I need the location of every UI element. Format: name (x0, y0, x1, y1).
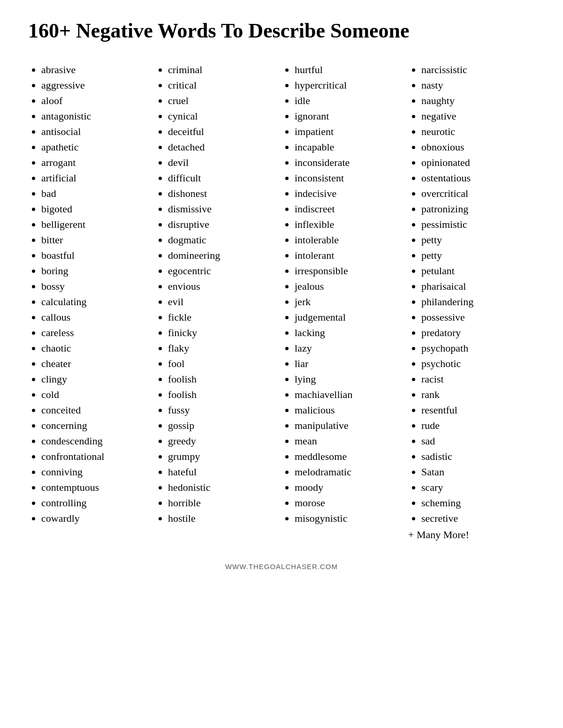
list-item: ignorant (295, 109, 403, 124)
list-item: deceitful (168, 124, 277, 140)
list-item: condescending (41, 434, 150, 449)
list-item: flaky (168, 341, 277, 356)
word-list-3: hurtfulhypercriticalidleignorantimpatien… (282, 62, 403, 526)
list-item: fussy (168, 403, 277, 418)
list-item: psychotic (421, 356, 530, 372)
list-item: dismissive (168, 202, 277, 217)
list-item: obnoxious (421, 140, 530, 155)
list-item: grumpy (168, 449, 277, 465)
column-2: criminalcriticalcruelcynicaldeceitfuldet… (155, 62, 282, 544)
list-item: lazy (295, 341, 403, 356)
list-item: rank (421, 387, 530, 403)
list-item: antagonistic (41, 109, 150, 124)
list-item: inconsiderate (295, 155, 403, 171)
list-item: conceited (41, 403, 150, 418)
word-list-1: abrasiveaggressivealoofantagonisticantis… (28, 62, 150, 526)
list-item: boring (41, 263, 150, 279)
list-item: dishonest (168, 186, 277, 202)
list-item: arrogant (41, 155, 150, 171)
list-item: moody (295, 480, 403, 495)
list-item: bitter (41, 233, 150, 248)
list-item: ostentatious (421, 171, 530, 186)
list-item: finicky (168, 325, 277, 341)
list-item: indecisive (295, 186, 403, 202)
list-item: apathetic (41, 140, 150, 155)
list-item: fickle (168, 310, 277, 325)
list-item: sad (421, 434, 530, 449)
list-item: disruptive (168, 217, 277, 233)
list-item: cold (41, 387, 150, 403)
list-item: narcissistic (421, 62, 530, 78)
list-item: foolish (168, 372, 277, 387)
list-item: greedy (168, 434, 277, 449)
list-item: calculating (41, 294, 150, 310)
list-item: hurtful (295, 62, 403, 78)
list-item: liar (295, 356, 403, 372)
list-item: lacking (295, 325, 403, 341)
list-item: callous (41, 310, 150, 325)
list-item: manipulative (295, 418, 403, 434)
word-list-4: narcissisticnastynaughtynegativeneurotic… (408, 62, 530, 526)
list-item: dogmatic (168, 233, 277, 248)
list-item: aggressive (41, 78, 150, 93)
list-item: petty (421, 248, 530, 263)
list-item: naughty (421, 93, 530, 109)
list-item: jealous (295, 279, 403, 294)
list-item: philandering (421, 294, 530, 310)
list-item: petty (421, 233, 530, 248)
list-item: hateful (168, 465, 277, 480)
list-item: belligerent (41, 217, 150, 233)
list-item: fool (168, 356, 277, 372)
list-item: cheater (41, 356, 150, 372)
list-item: devil (168, 155, 277, 171)
list-item: irresponsible (295, 263, 403, 279)
columns-container: abrasiveaggressivealoofantagonisticantis… (28, 62, 535, 544)
list-item: incapable (295, 140, 403, 155)
list-item: pessimistic (421, 217, 530, 233)
list-item: concerning (41, 418, 150, 434)
list-item: cowardly (41, 511, 150, 526)
list-item: meddlesome (295, 449, 403, 465)
list-item: gossip (168, 418, 277, 434)
list-item: nasty (421, 78, 530, 93)
list-item: boastful (41, 248, 150, 263)
list-item: melodramatic (295, 465, 403, 480)
list-item: psychopath (421, 341, 530, 356)
list-item: jerk (295, 294, 403, 310)
list-item: hypercritical (295, 78, 403, 93)
list-item: conniving (41, 465, 150, 480)
list-item: Satan (421, 465, 530, 480)
list-item: clingy (41, 372, 150, 387)
list-item: careless (41, 325, 150, 341)
list-item: neurotic (421, 124, 530, 140)
list-item: confrontational (41, 449, 150, 465)
list-item: inconsistent (295, 171, 403, 186)
list-item: sadistic (421, 449, 530, 465)
list-item: controlling (41, 495, 150, 511)
column-1: abrasiveaggressivealoofantagonisticantis… (28, 62, 155, 544)
list-item: aloof (41, 93, 150, 109)
list-item: egocentric (168, 263, 277, 279)
list-item: chaotic (41, 341, 150, 356)
list-item: hedonistic (168, 480, 277, 495)
list-item: opinionated (421, 155, 530, 171)
list-item: hostile (168, 511, 277, 526)
list-item: morose (295, 495, 403, 511)
list-item: critical (168, 78, 277, 93)
list-item: criminal (168, 62, 277, 78)
list-item: malicious (295, 403, 403, 418)
list-item: cynical (168, 109, 277, 124)
list-item: indiscreet (295, 202, 403, 217)
list-item: mean (295, 434, 403, 449)
footer: WWW.THEGOALCHASER.COM (28, 563, 535, 570)
list-item: pharisaical (421, 279, 530, 294)
list-item: resentful (421, 403, 530, 418)
list-item: contemptuous (41, 480, 150, 495)
list-item: predatory (421, 325, 530, 341)
list-item: impatient (295, 124, 403, 140)
list-item: patronizing (421, 202, 530, 217)
list-item: scheming (421, 495, 530, 511)
column-4: narcissisticnastynaughtynegativeneurotic… (408, 62, 535, 544)
list-item: cruel (168, 93, 277, 109)
list-item: antisocial (41, 124, 150, 140)
